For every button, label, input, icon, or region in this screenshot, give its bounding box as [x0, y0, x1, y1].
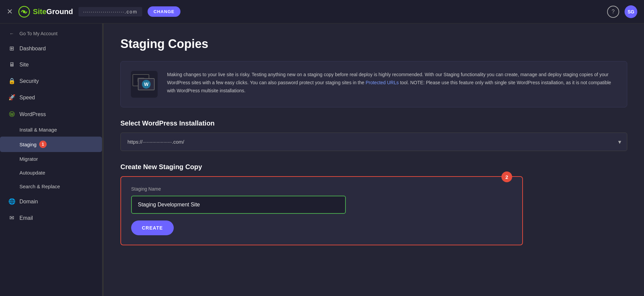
protected-urls-link[interactable]: Protected URLs: [366, 80, 399, 85]
sidebar-sub-autoupdate[interactable]: Autoupdate: [0, 166, 102, 180]
staging-name-input[interactable]: [131, 196, 346, 214]
avatar[interactable]: SG: [625, 5, 637, 18]
speed-icon: 🚀: [8, 94, 15, 101]
sidebar-item-security[interactable]: 🔒 Security: [0, 73, 102, 89]
sidebar-sub-migrator[interactable]: Migrator: [0, 152, 102, 166]
sidebar-label-dashboard: Dashboard: [19, 46, 46, 52]
sidebar-item-back[interactable]: ← Go To My Account: [0, 27, 102, 40]
sidebar-label-site: Site: [19, 62, 29, 68]
sidebar-item-wordpress[interactable]: Ⓦ WordPress: [0, 106, 102, 123]
sidebar-label-domain: Domain: [19, 199, 38, 205]
back-arrow-icon: ←: [8, 31, 15, 36]
sidebar-item-site[interactable]: 🖥 Site: [0, 57, 102, 73]
sidebar-sub-staging[interactable]: Staging 1: [0, 137, 102, 152]
security-icon: 🔒: [8, 78, 15, 85]
select-installation-title: Select WordPress Installation: [120, 119, 627, 127]
topbar-left: ✕ SiteGround ·····················.com C…: [7, 6, 180, 18]
logo-text: SiteGround: [33, 7, 73, 16]
info-box: W Making changes to your live site is ri…: [120, 61, 627, 107]
step-2-badge: 2: [501, 171, 512, 182]
sidebar-label-email: Email: [19, 215, 33, 221]
create-staging-box: 2 Staging Name CREATE: [120, 176, 523, 245]
domain-icon: 🌐: [8, 198, 15, 205]
help-button[interactable]: ?: [607, 6, 619, 18]
sidebar: ← Go To My Account ⊞ Dashboard 🖥 Site 🔒 …: [0, 23, 102, 296]
sidebar-item-speed[interactable]: 🚀 Speed: [0, 89, 102, 106]
staging-badge: 1: [39, 141, 47, 148]
sidebar-label-wordpress: WordPress: [19, 111, 46, 117]
search-replace-label: Search & Replace: [19, 184, 60, 189]
site-icon: 🖥: [8, 61, 15, 68]
autoupdate-label: Autoupdate: [19, 170, 45, 176]
sidebar-sub-search-replace[interactable]: Search & Replace: [0, 180, 102, 193]
sidebar-item-email[interactable]: ✉ Email: [0, 210, 102, 226]
content-area: Staging Copies W Making changes to your …: [104, 23, 644, 296]
migrator-label: Migrator: [19, 156, 38, 162]
create-staging-title: Create New Staging Copy: [120, 163, 627, 171]
sidebar-item-dashboard[interactable]: ⊞ Dashboard: [0, 40, 102, 57]
sidebar-label-security: Security: [19, 78, 39, 84]
create-button[interactable]: CREATE: [131, 220, 174, 235]
close-button[interactable]: ✕: [7, 7, 13, 16]
wordpress-icon: Ⓦ: [8, 110, 15, 118]
info-icon-wrap: W: [131, 71, 158, 98]
topbar: ✕ SiteGround ·····················.com C…: [0, 0, 644, 23]
dashboard-icon: ⊞: [8, 45, 15, 52]
main-layout: ← Go To My Account ⊞ Dashboard 🖥 Site 🔒 …: [0, 23, 644, 296]
svg-point-1: [23, 10, 25, 13]
topbar-right: ? SG: [607, 5, 637, 18]
change-domain-button[interactable]: CHANGE: [148, 6, 180, 17]
info-text: Making changes to your live site is risk…: [167, 71, 617, 95]
installation-dropdown-wrap: https://·····················.com/ ▾: [120, 133, 627, 151]
staging-name-label: Staging Name: [131, 186, 512, 192]
logo: SiteGround: [18, 6, 73, 18]
logo-icon: [18, 6, 30, 18]
wordpress-staging-icon: W: [132, 74, 156, 94]
staging-label: Staging: [19, 142, 37, 147]
sidebar-item-domain[interactable]: 🌐 Domain: [0, 193, 102, 210]
sidebar-sub-install-manage[interactable]: Install & Manage: [0, 123, 102, 137]
page-title: Staging Copies: [120, 37, 627, 51]
back-label: Go To My Account: [19, 31, 57, 36]
domain-display: ·····················.com: [78, 7, 142, 16]
installation-dropdown[interactable]: https://·····················.com/: [120, 133, 627, 151]
email-icon: ✉: [8, 214, 15, 221]
sidebar-label-speed: Speed: [19, 95, 35, 101]
install-manage-label: Install & Manage: [19, 127, 57, 133]
